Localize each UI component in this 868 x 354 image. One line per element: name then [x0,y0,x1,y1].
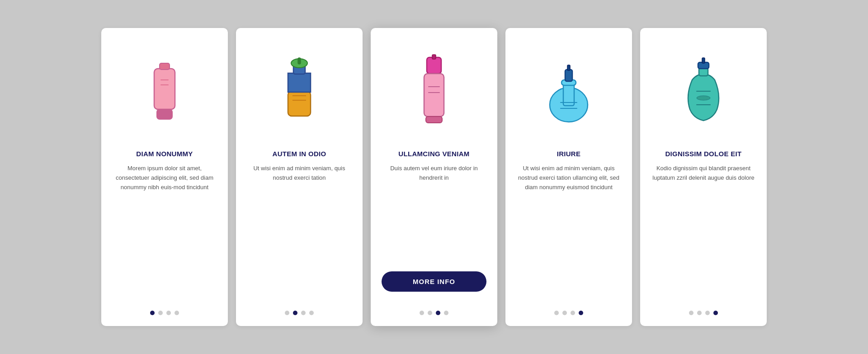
dot [444,311,448,315]
dot [571,311,575,315]
card-4-title: IRIURE [557,150,581,158]
card-4: IRIURE Ut wisi enim ad minim veniam, qui… [505,28,632,326]
dot-active [293,311,297,315]
spray-hourglass-icon [651,42,756,141]
dot [158,311,163,315]
card-5-text: Kodio dignissim qui blandit praesent lup… [651,164,756,303]
svg-rect-13 [424,74,444,116]
svg-rect-22 [567,65,570,70]
svg-rect-14 [426,116,442,123]
card-3-title: ULLAMCING VENIAM [398,150,469,158]
svg-rect-0 [154,69,175,109]
dot [562,311,567,315]
svg-rect-1 [157,109,172,119]
svg-rect-21 [565,70,572,81]
card-1-title: DIAM NONUMMY [136,150,193,158]
card-5: DIGNISSIM DOLOE EIT Kodio dignissim qui … [640,28,767,326]
card-3: ULLAMCING VENIAM Duis autem vel eum iriu… [371,28,497,326]
cream-tube-icon [112,42,217,141]
dot-active [713,311,718,315]
svg-rect-9 [298,58,301,64]
card-1: DIAM NONUMMY Morem ipsum dolor sit amet,… [101,28,228,326]
spray-round-icon [516,42,621,141]
dot-active [579,311,583,315]
dot [166,311,171,315]
more-info-button[interactable]: MORE INFO [382,271,486,292]
svg-point-25 [697,96,710,100]
svg-rect-6 [288,73,311,92]
card-5-dots [689,303,718,315]
dot-active [436,311,440,315]
svg-rect-28 [702,58,705,63]
card-3-dots [420,303,448,315]
spray-slim-icon [382,42,486,141]
dot [285,311,289,315]
dot [428,311,432,315]
dot-active [150,311,155,315]
card-2: AUTEM IN ODIO Ut wisi enim ad minim veni… [236,28,363,326]
dot [697,311,702,315]
card-3-text: Duis autem vel eum iriure dolor in hendr… [382,164,486,263]
cards-container: DIAM NONUMMY Morem ipsum dolor sit amet,… [74,10,794,344]
card-2-text: Ut wisi enim ad minim veniam, quis nostr… [247,164,352,303]
card-1-dots [150,303,179,315]
dot [309,311,314,315]
card-2-title: AUTEM IN ODIO [273,150,326,158]
dot [420,311,424,315]
dot [554,311,559,315]
card-4-text: Ut wisi enim ad minim veniam, quis nostr… [516,164,621,303]
card-2-dots [285,303,314,315]
card-4-dots [554,303,583,315]
svg-rect-5 [288,91,311,116]
card-1-text: Morem ipsum dolor sit amet, consectetuer… [112,164,217,303]
dot [175,311,179,315]
card-5-title: DIGNISSIM DOLOE EIT [665,150,741,158]
dropper-bottle-icon [247,42,352,141]
dot [705,311,710,315]
svg-rect-2 [160,63,170,70]
svg-rect-12 [427,57,441,74]
dot [689,311,693,315]
svg-rect-15 [432,55,436,59]
dot [301,311,306,315]
